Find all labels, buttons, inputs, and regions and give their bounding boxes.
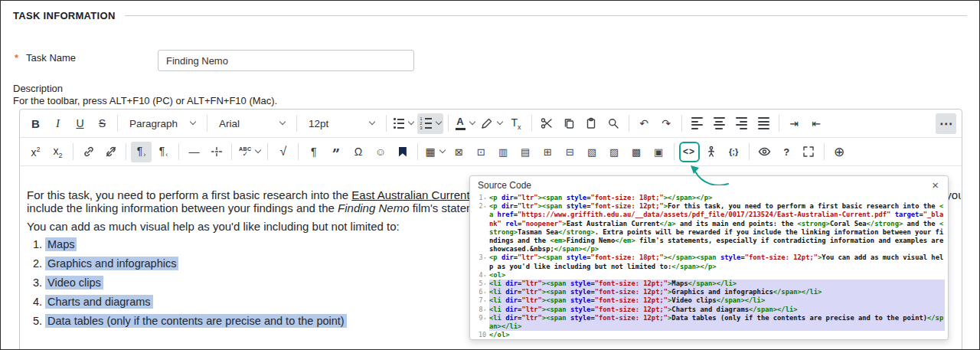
code-line: 2▾<p dir="ltr"><span style="font-size: 1… xyxy=(470,202,945,254)
line-number: 9▾ xyxy=(470,314,489,331)
table-cell-properties-icon: ⊡ xyxy=(477,146,485,158)
table-delete-column-button[interactable]: ▣ xyxy=(648,142,669,162)
copy-button[interactable] xyxy=(559,113,580,134)
spellcheck-button[interactable]: ABC✓ xyxy=(237,142,263,162)
emoji-button[interactable]: ☺ xyxy=(370,142,390,162)
toolbar-separator xyxy=(779,115,779,132)
bold-icon: B xyxy=(31,117,40,130)
fold-arrow-icon: ▾ xyxy=(483,281,486,286)
blockquote-button[interactable]: ” xyxy=(325,142,346,162)
toolbar-separator xyxy=(824,143,825,160)
accessibility-checker-button[interactable] xyxy=(701,142,722,162)
blockquote-icon: ” xyxy=(332,146,340,157)
clear-formatting-icon: Tx xyxy=(511,116,521,131)
numbered-list-button[interactable]: 123 xyxy=(417,113,443,134)
dialog-title: Source Code xyxy=(478,180,531,191)
content-link: East Australian Current xyxy=(351,188,469,201)
more-toolbar-button[interactable]: ⋯ xyxy=(936,113,956,134)
code-text: <p dir="ltr"><span style="font-size: 12p… xyxy=(489,202,945,254)
toolbar-separator xyxy=(126,143,126,160)
table-merge-cells-button[interactable]: ▥ xyxy=(493,142,514,162)
rtl-icon: ¶‹ xyxy=(159,145,168,159)
indent-button[interactable]: ⇥ xyxy=(784,113,805,134)
table-insert-column-before-button[interactable]: ▨ xyxy=(604,142,625,162)
text-color-button[interactable]: A xyxy=(453,113,477,134)
help-button[interactable]: ? xyxy=(776,142,797,162)
table-button[interactable]: ▦ xyxy=(423,142,446,162)
align-right-button[interactable] xyxy=(731,113,752,134)
insert-link-button[interactable] xyxy=(78,142,99,162)
toolbar-separator xyxy=(386,115,387,132)
code-line: 4▾<ol> xyxy=(470,271,945,280)
ltr-button[interactable]: ¶› xyxy=(131,142,152,162)
underline-button[interactable]: U xyxy=(70,113,90,134)
table-delete-button[interactable]: ⊠ xyxy=(449,142,469,162)
font-size-select[interactable]: 12pt xyxy=(302,113,381,134)
superscript-icon: x2 xyxy=(31,146,40,159)
chevron-down-icon xyxy=(469,119,475,125)
source-code-area[interactable]: 1▾<p dir="ltr"><span style="font-size: 1… xyxy=(470,192,948,339)
toolbar-hint: For the toolbar, press ALT+F10 (PC) or A… xyxy=(13,95,277,106)
italic-icon: I xyxy=(56,117,60,130)
fullscreen-button[interactable] xyxy=(799,142,819,162)
table-insert-row-above-button[interactable]: ⊞ xyxy=(537,142,558,162)
anchor-button[interactable] xyxy=(392,142,413,162)
line-number: 1▾ xyxy=(470,194,489,202)
page-break-button[interactable] xyxy=(206,142,227,162)
chevron-down-icon xyxy=(408,119,414,125)
code-text: <li dir="ltr"><span style="font-size: 12… xyxy=(489,314,945,331)
highlight-color-button[interactable] xyxy=(479,113,505,134)
bullet-list-icon xyxy=(394,118,404,129)
bold-button[interactable]: B xyxy=(25,113,46,134)
font-size-select-value: 12pt xyxy=(309,118,328,129)
align-justify-button[interactable] xyxy=(753,113,774,134)
align-justify-icon xyxy=(758,117,769,129)
close-icon[interactable]: × xyxy=(930,179,940,191)
toolbar-row-1: BIUSParagraphArial12pt123ATx↶↷⇥⇤⋯ xyxy=(20,110,962,138)
table-split-cell-button[interactable]: ▤ xyxy=(515,142,536,162)
superscript-button[interactable]: x2 xyxy=(25,142,46,162)
code-text: <li dir="ltr"><span style="font-size: 12… xyxy=(489,306,945,314)
strikethrough-button[interactable]: S xyxy=(92,113,113,134)
redo-button[interactable]: ↷ xyxy=(656,113,677,134)
cut-button[interactable] xyxy=(537,113,557,134)
task-name-input[interactable] xyxy=(158,50,414,71)
code-line: 9▾<li dir="ltr"><span style="font-size: … xyxy=(470,314,945,331)
table-insert-column-after-button[interactable]: ▩ xyxy=(626,142,647,162)
remove-link-button[interactable] xyxy=(100,142,121,162)
preview-button[interactable] xyxy=(754,142,775,162)
code-line: 3▾<p dir="ltr"><span style="font-size: 1… xyxy=(470,254,945,270)
selected-text: Charts and diagrams xyxy=(45,295,153,309)
source-code-button[interactable]: <> xyxy=(679,142,700,162)
align-left-button[interactable] xyxy=(687,113,707,134)
italic-button[interactable]: I xyxy=(47,113,68,134)
clear-formatting-button[interactable]: Tx xyxy=(506,113,527,134)
rtl-button[interactable]: ¶‹ xyxy=(153,142,174,162)
fold-arrow-icon: ▾ xyxy=(483,289,486,295)
task-information-page: TASK INFORMATION * Task Name Description… xyxy=(0,0,980,350)
paragraph-format-select[interactable]: Paragraph xyxy=(122,113,202,134)
subscript-button[interactable]: x2 xyxy=(47,142,68,162)
bullet-list-button[interactable] xyxy=(391,113,416,134)
outdent-button[interactable]: ⇤ xyxy=(806,113,827,134)
undo-button[interactable]: ↶ xyxy=(634,113,655,134)
table-insert-row-below-button[interactable]: ⊟ xyxy=(560,142,580,162)
table-cell-properties-button[interactable]: ⊡ xyxy=(471,142,492,162)
math-editor-button[interactable]: √ xyxy=(273,142,293,162)
paste-button[interactable] xyxy=(581,113,602,134)
code-text: <p dir="ltr"><span style="font-size: 18p… xyxy=(489,254,945,270)
show-paragraph-marks-button[interactable]: ¶ xyxy=(303,142,324,162)
table-delete-row-button[interactable]: ▧ xyxy=(582,142,603,162)
special-character-button[interactable]: Ω xyxy=(348,142,368,162)
search-button[interactable] xyxy=(603,113,624,134)
toolbar-separator xyxy=(207,115,207,132)
fullscreen-icon xyxy=(802,146,815,158)
add-content-button[interactable]: ⊕ xyxy=(829,142,850,162)
fold-arrow-icon: ▾ xyxy=(483,195,486,201)
align-center-button[interactable] xyxy=(709,113,730,134)
toolbar-separator xyxy=(448,115,449,132)
code-sample-button[interactable]: {;} xyxy=(724,142,744,162)
horizontal-line-button[interactable]: — xyxy=(184,142,204,162)
fold-arrow-icon: ▾ xyxy=(483,316,486,321)
font-family-select[interactable]: Arial xyxy=(212,113,292,134)
